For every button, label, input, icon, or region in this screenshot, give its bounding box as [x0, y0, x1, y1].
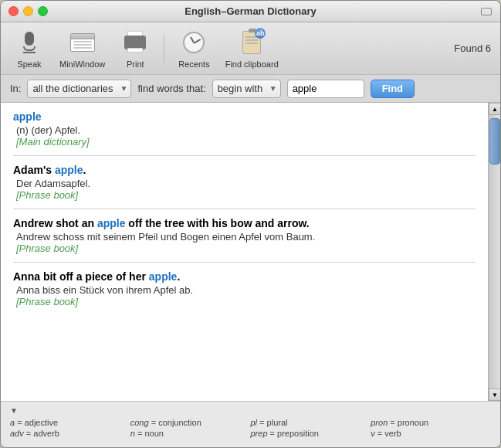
legend-item-prep: prep = preposition	[251, 429, 371, 438]
window-title: English–German Dictionary	[184, 5, 317, 17]
entry-2-highlight: apple	[55, 164, 83, 176]
miniwindow-button[interactable]: MiniWindow	[55, 25, 110, 72]
recents-icon	[180, 29, 208, 56]
find-words-label: find words that:	[137, 83, 205, 94]
legend-item-a: a = adjective	[10, 418, 130, 427]
divider-1	[13, 155, 476, 156]
scrollbar-down-button[interactable]: ▼	[489, 389, 500, 401]
toolbar: Speak MiniWindow	[1, 22, 500, 75]
entry-4-highlight: apple	[149, 270, 178, 283]
entry-3: Andrew shot an apple off the tree with h…	[13, 217, 476, 254]
legend-item-cong: cong = conjunction	[130, 418, 251, 427]
recents-button[interactable]: Recents	[174, 25, 214, 72]
legend-item-n: n = noun	[130, 429, 251, 438]
minimize-button[interactable]	[23, 6, 33, 16]
find-clipboard-button[interactable]: ab Find clipboard	[221, 25, 283, 72]
entry-3-pre: Andrew shot an	[13, 217, 97, 229]
search-input[interactable]	[287, 80, 364, 98]
entry-1-body: (n) (der) Apfel.	[13, 124, 476, 136]
find-button[interactable]: Find	[371, 80, 415, 98]
print-icon	[121, 29, 149, 56]
legend-abbr-cong: cong	[130, 418, 149, 427]
legend-item-pl: pl = plural	[251, 418, 371, 427]
legend-item-adv: adv = adverb	[10, 429, 130, 438]
found-count: Found 6	[454, 42, 491, 54]
speak-icon	[15, 29, 43, 56]
legend-abbr-adv: adv	[10, 429, 24, 438]
toolbar-divider-1	[164, 30, 164, 67]
legend-abbr-a: a	[10, 418, 15, 427]
entry-3-title: Andrew shot an apple off the tree with h…	[13, 217, 476, 229]
scrollbar-up-button[interactable]: ▲	[489, 103, 500, 115]
main-window: English–German Dictionary Speak	[0, 0, 501, 448]
find-select[interactable]: begin with	[212, 80, 281, 98]
find-clipboard-label: Find clipboard	[225, 59, 279, 69]
results-list: apple (n) (der) Apfel. [Main dictionary]…	[1, 103, 488, 401]
scrollbar-thumb[interactable]	[489, 118, 500, 165]
resize-icon	[481, 8, 492, 15]
maximize-button[interactable]	[38, 6, 48, 16]
divider-2	[13, 209, 476, 209]
legend-item-pron: pron = pronoun	[371, 418, 491, 427]
entry-1-source: [Main dictionary]	[13, 136, 476, 148]
legend-arrow: ▼	[10, 406, 491, 415]
searchbar: In: all the dictionaries ▼ find words th…	[1, 75, 500, 103]
entry-4: Anna bit off a piece of her apple. Anna …	[13, 270, 476, 307]
entry-2-post: .	[83, 164, 86, 176]
miniwindow-label: MiniWindow	[59, 59, 105, 69]
legend-abbr-v: v	[371, 429, 375, 438]
scrollbar-track-area	[489, 115, 500, 389]
entry-4-pre: Anna bit off a piece of her	[13, 270, 149, 283]
legend: ▼ a = adjective cong = conjunction pl = …	[1, 401, 500, 447]
find-select-wrapper: begin with ▼	[212, 80, 281, 98]
traffic-lights	[8, 6, 48, 16]
legend-grid: a = adjective cong = conjunction pl = pl…	[10, 418, 491, 438]
entry-3-highlight: apple	[97, 217, 126, 229]
miniwindow-icon	[69, 29, 96, 56]
legend-abbr-n: n	[130, 429, 135, 438]
print-label: Print	[127, 59, 144, 69]
close-button[interactable]	[8, 6, 19, 16]
entry-1-title: apple	[13, 110, 476, 123]
entry-4-body: Anna biss ein Stück von ihrem Apfel ab.	[13, 284, 476, 296]
speak-label: Speak	[17, 59, 41, 69]
legend-abbr-pl: pl	[251, 418, 258, 427]
in-label: In:	[10, 83, 21, 94]
entry-3-post: off the tree with his bow and arrow.	[125, 217, 309, 229]
entry-2-title: Adam's apple.	[13, 164, 476, 176]
entry-4-post: .	[177, 270, 180, 283]
legend-abbr-pron: pron	[371, 418, 388, 427]
entry-2-body: Der Adamsapfel.	[13, 178, 476, 189]
in-select-wrapper: all the dictionaries ▼	[27, 80, 131, 98]
entry-1: apple (n) (der) Apfel. [Main dictionary]	[13, 110, 476, 148]
legend-item-v: v = verb	[371, 429, 491, 438]
entry-2-source: [Phrase book]	[13, 189, 476, 201]
entry-2: Adam's apple. Der Adamsapfel. [Phrase bo…	[13, 164, 476, 201]
recents-label: Recents	[178, 59, 209, 69]
entry-4-title: Anna bit off a piece of her apple.	[13, 270, 476, 283]
print-button[interactable]: Print	[116, 25, 154, 72]
results-container: apple (n) (der) Apfel. [Main dictionary]…	[1, 103, 500, 401]
speak-button[interactable]: Speak	[10, 25, 49, 72]
titlebar: English–German Dictionary	[1, 1, 500, 22]
divider-3	[13, 262, 476, 263]
scrollbar: ▲ ▼	[488, 103, 500, 401]
legend-abbr-prep: prep	[251, 429, 268, 438]
entry-3-source: [Phrase book]	[13, 243, 476, 254]
entry-4-source: [Phrase book]	[13, 296, 476, 307]
entry-1-highlight: apple	[13, 110, 42, 123]
entry-2-pre: Adam's	[13, 164, 55, 176]
in-select[interactable]: all the dictionaries	[27, 80, 131, 98]
find-clipboard-icon: ab	[238, 29, 266, 56]
entry-3-body: Andrew schoss mit seinem Pfeil und Bogen…	[13, 231, 476, 243]
resize-button[interactable]	[480, 5, 493, 18]
